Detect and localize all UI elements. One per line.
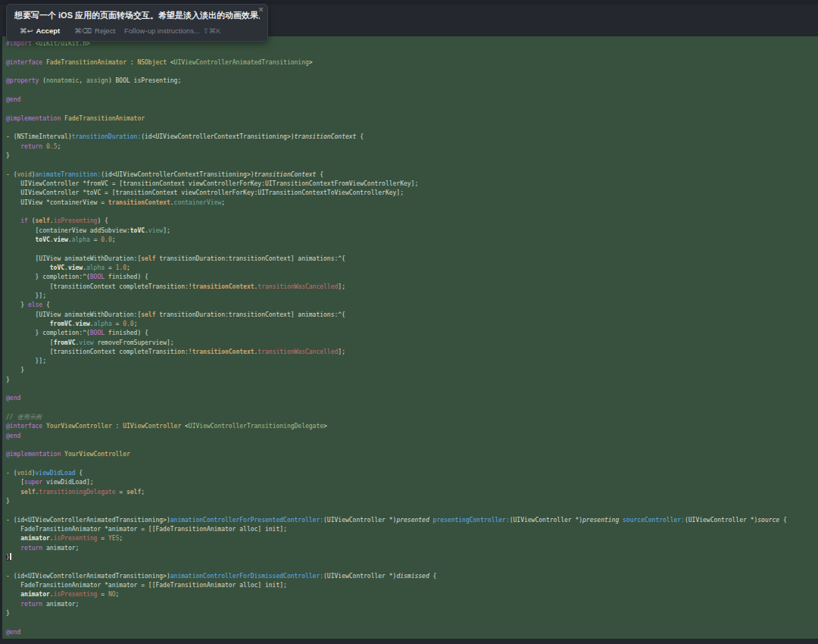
code-line xyxy=(6,618,818,627)
code-line xyxy=(6,245,818,254)
code-line: @interface FadeTransitionAnimator : NSOb… xyxy=(6,58,818,67)
reject-button[interactable]: ⌘⌫Reject xyxy=(74,27,115,35)
dialog-actions: ⌘↩Accept ⌘⌫Reject Follow-up instructions… xyxy=(14,25,260,36)
code-line: [UIView animateWithDuration:[self transi… xyxy=(6,311,818,320)
code-line: // 使用示例 xyxy=(6,413,818,422)
code-line: - (void)animateTransition:(id<UIViewCont… xyxy=(6,170,818,180)
code-line: } completion:^(BOOL finished) { xyxy=(6,329,818,338)
code-line: [fromVC.view removeFromSuperview]; xyxy=(6,339,818,348)
code-line xyxy=(6,67,818,77)
code-line xyxy=(6,404,818,413)
code-line: @implementation FadeTransitionAnimator xyxy=(6,114,818,123)
reject-shortcut: ⌘⌫ xyxy=(74,27,92,35)
code-line: } xyxy=(6,152,818,161)
code-line: } xyxy=(6,609,818,618)
code-line xyxy=(6,161,818,170)
text-cursor xyxy=(10,553,11,560)
accept-button[interactable]: ⌘↩Accept xyxy=(14,25,65,36)
code-line: fromVC.view.alpha = 0.0; xyxy=(6,320,818,329)
code-line: [UIView animateWithDuration:[self transi… xyxy=(6,255,818,264)
code-line: @property (nonatomic, assign) BOOL isPre… xyxy=(6,77,818,86)
accept-shortcut: ⌘↩ xyxy=(20,27,33,35)
code-line: UIViewController *fromVC = [transitionCo… xyxy=(6,180,818,189)
code-line xyxy=(6,506,818,515)
code-line: return animator; xyxy=(6,600,818,609)
code-line xyxy=(6,86,818,95)
reject-label: Reject xyxy=(95,27,115,35)
code-line: if (self.isPresenting) { xyxy=(6,217,818,226)
code-line xyxy=(6,460,818,469)
code-line: [containerView addSubview:toVC.view]; xyxy=(6,227,818,236)
code-line xyxy=(6,441,818,450)
code-line: }]; xyxy=(6,292,818,301)
code-line: - (id<UIViewControllerAnimatedTransition… xyxy=(6,572,818,581)
code-line: UIView *containerView = transitionContex… xyxy=(6,199,818,208)
code-line: } completion:^(BOOL finished) { xyxy=(6,273,818,282)
code-line: [transitionContext completeTransition:!t… xyxy=(6,348,818,357)
code-line: @end xyxy=(6,628,818,637)
code-line: - (id<UIViewControllerAnimatedTransition… xyxy=(6,516,818,525)
close-icon[interactable]: × xyxy=(258,5,264,14)
code-line: toVC.view.alpha = 0.0; xyxy=(6,236,818,245)
inline-edit-dialog: × 想要写一个 iOS 应用的页面转场交互。希望是淡入淡出的动画效果。请用 OC… xyxy=(6,4,268,42)
code-line: } else { xyxy=(6,301,818,310)
code-line: [super viewDidLoad]; xyxy=(6,478,818,487)
code-line: - (void)viewDidLoad { xyxy=(6,469,818,478)
code-line xyxy=(6,562,818,571)
followup-label: Follow-up instructions... xyxy=(124,27,200,35)
code-line: - (NSTimeInterval)transitionDuration:(id… xyxy=(6,133,818,142)
accept-label: Accept xyxy=(36,27,60,35)
code-line: toVC.view.alpha = 1.0; xyxy=(6,264,818,273)
code-line: [transitionContext completeTransition:!t… xyxy=(6,283,818,292)
code-line: return animator; xyxy=(6,544,818,553)
code-line: @implementation YourViewController xyxy=(6,450,818,459)
code-line: @end xyxy=(6,394,818,403)
code-editor[interactable]: #import <UIKit/UIKit.h> @interface FadeT… xyxy=(0,36,818,639)
code-line xyxy=(6,385,818,394)
code-line: UIViewController *toVC = [transitionCont… xyxy=(6,189,818,198)
code-line xyxy=(6,48,818,58)
code-line xyxy=(6,208,818,217)
followup-instructions-button[interactable]: Follow-up instructions...⇧⌘K xyxy=(124,27,221,35)
code-line xyxy=(6,123,818,133)
followup-shortcut: ⇧⌘K xyxy=(203,27,221,35)
code-line: animator.isPresenting = NO; xyxy=(6,590,818,599)
code-line: FadeTransitionAnimator *animator = [[Fad… xyxy=(6,525,818,534)
code-line: @interface YourViewController : UIViewCo… xyxy=(6,422,818,431)
code-line xyxy=(6,105,818,114)
code-line: }]; xyxy=(6,357,818,366)
prompt-text: 想要写一个 iOS 应用的页面转场交互。希望是淡入淡出的动画效果。请用 OC 语… xyxy=(14,10,260,20)
code-line: FadeTransitionAnimator *animator = [[Fad… xyxy=(6,581,818,590)
code-line: @end xyxy=(6,95,818,105)
code-line: @end xyxy=(6,432,818,441)
code-line: } xyxy=(6,497,818,506)
code-line: animator.isPresenting = YES; xyxy=(6,534,818,543)
code-line: self.transitioningDelegate = self; xyxy=(6,488,818,497)
code-line: } xyxy=(6,366,818,375)
code-line: } xyxy=(6,553,818,562)
code-line: } xyxy=(6,376,818,385)
code-line: return 0.5; xyxy=(6,142,818,152)
